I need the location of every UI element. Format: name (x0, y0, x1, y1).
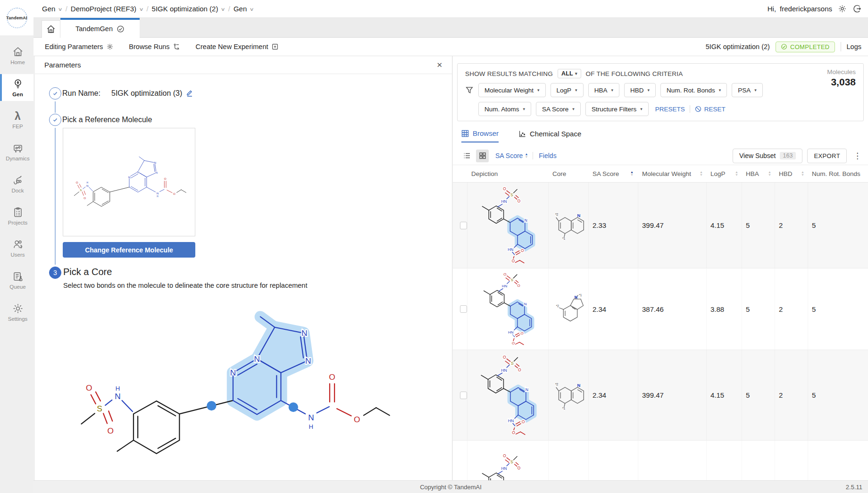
breadcrumb-item[interactable]: DemoProject (REF3) (71, 5, 136, 13)
table-row[interactable]: 2.33 399.47 4.15 5 2 5 (453, 183, 868, 268)
reset-button[interactable]: RESET (695, 106, 726, 113)
header-select (453, 165, 467, 182)
view-subset-button[interactable]: View Subset 163 (733, 149, 802, 163)
filter-chip-hba[interactable]: HBA▾ (588, 83, 619, 97)
table-header-row: Depiction Core SA Score ▲▼ Molecular Wei… (453, 165, 868, 183)
header-hbd[interactable]: HBD ▲▼ (775, 165, 808, 182)
grid-view-button[interactable] (476, 150, 489, 162)
row-checkbox[interactable] (460, 305, 467, 313)
molecule-depiction (467, 268, 549, 350)
version-number: 2.5.11 (846, 484, 862, 491)
hbd-value: 2 (775, 350, 808, 440)
reference-molecule-image (69, 153, 189, 211)
table-row[interactable]: 2.34 387.46 3.88 5 2 5 (453, 268, 868, 350)
filter-funnel-icon (465, 86, 474, 94)
logp-value: 4.15 (707, 350, 742, 440)
editing-parameters-button[interactable]: Editing Parameters (45, 43, 114, 50)
sa-score-value: 2.34 (589, 441, 638, 480)
row-checkbox[interactable] (460, 392, 467, 399)
logout-icon[interactable] (852, 4, 861, 13)
tab-browser[interactable]: Browser (461, 129, 499, 142)
step3-label: Pick a Core (63, 267, 112, 277)
sidebar-item-gen[interactable]: Gen (0, 74, 33, 101)
parameters-panel: Parameters ✕ Run Name: 5IGK optimization… (35, 56, 452, 480)
table-controls: SA Score ▲▼ Fields View Subset 163 EXPOR… (453, 147, 868, 165)
header-molecular-weight[interactable]: Molecular Weight ▲▼ (638, 165, 707, 182)
header-sa-score[interactable]: SA Score ▲▼ (589, 165, 638, 182)
criteria-suffix: OF THE FOLLOWING CRITERIA (586, 70, 683, 77)
browse-runs-button[interactable]: Browse Runs (129, 43, 180, 50)
sidebar-item-dock[interactable]: Dock (0, 170, 33, 197)
change-reference-molecule-button[interactable]: Change Reference Molecule (63, 242, 195, 258)
header-hba[interactable]: HBA ▲▼ (742, 165, 775, 182)
table-row[interactable]: 2.34 399.47 4.15 5 2 5 (453, 441, 868, 480)
sort-arrows-icon: ▲▼ (768, 171, 771, 176)
export-button[interactable]: EXPORT (807, 149, 847, 163)
sidebar-item-dynamics[interactable]: Dynamics (0, 138, 33, 165)
edit-pencil-icon[interactable] (186, 89, 193, 99)
filter-chip-structure-filters[interactable]: Structure Filters▾ (585, 102, 649, 116)
dynamics-board-icon (12, 142, 24, 154)
sidebar-item-users[interactable]: Users (0, 234, 33, 261)
table-row[interactable]: 2.34 399.47 4.15 5 2 5 (453, 350, 868, 441)
create-new-experiment-button[interactable]: Create New Experiment (196, 43, 279, 50)
caret-down-icon: ▾ (575, 71, 577, 76)
list-view-button[interactable] (460, 150, 473, 162)
header-depiction[interactable]: Depiction (467, 165, 549, 182)
sidebar-item-settings[interactable]: Settings (0, 299, 33, 326)
top-bar: Gen∨ / DemoProject (REF3)∨ / 5IGK optimi… (33, 0, 868, 18)
user-settings-gear-icon[interactable] (838, 4, 847, 13)
footer: Copyright © TandemAI 2.5.11 (33, 480, 868, 493)
filter-chip-logp[interactable]: LogP▾ (551, 83, 584, 97)
presets-button[interactable]: PRESETS (655, 106, 685, 113)
kebab-menu-icon[interactable]: ⋮ (851, 151, 863, 161)
filter-chip-psa[interactable]: PSA▾ (732, 83, 763, 97)
results-table: Depiction Core SA Score ▲▼ Molecular Wei… (453, 165, 868, 480)
sort-by-sa-score[interactable]: SA Score ▲▼ (495, 152, 528, 159)
tab-tandemgen[interactable]: TandemGen (60, 18, 140, 38)
users-add-icon (12, 239, 24, 250)
sidebar-item-queue[interactable]: Queue (0, 267, 33, 293)
tab-chemical-space[interactable]: Chemical Space (518, 130, 581, 142)
header-core[interactable]: Core (549, 165, 589, 182)
logs-button[interactable]: Logs (847, 43, 861, 50)
filter-chip-sa-score[interactable]: SA Score▾ (536, 102, 581, 116)
sidebar-item-home[interactable]: Home (0, 42, 33, 69)
username[interactable]: frederickparsons (780, 5, 832, 13)
sort-arrows-icon: ▲▼ (801, 171, 804, 176)
breadcrumb-item[interactable]: Gen (42, 5, 55, 13)
scatter-plot-icon (518, 130, 526, 138)
close-icon[interactable]: ✕ (436, 61, 442, 69)
greeting-text: Hi, (768, 5, 776, 13)
chevron-down-icon[interactable]: ∨ (58, 7, 63, 12)
sort-arrows-icon: ▲▼ (630, 171, 634, 176)
core-selection-canvas[interactable] (68, 310, 398, 463)
divider (841, 42, 841, 51)
filter-chip-num-atoms[interactable]: Num. Atoms▾ (478, 102, 531, 116)
status-badge: COMPLETED (776, 42, 835, 52)
row-checkbox[interactable] (460, 222, 467, 229)
chevron-down-icon[interactable]: ∨ (139, 7, 144, 12)
match-mode-select[interactable]: ALL▾ (558, 69, 581, 78)
hba-value: 5 (742, 268, 775, 350)
main-content: Parameters ✕ Run Name: 5IGK optimization… (33, 56, 868, 480)
filter-chip-num-rot-bonds[interactable]: Num. Rot. Bonds▾ (660, 83, 727, 97)
header-logp[interactable]: LogP ▲▼ (707, 165, 742, 182)
breadcrumb-item[interactable]: 5IGK optimization (2) (152, 5, 218, 13)
gear-icon (106, 43, 114, 50)
branch-route-icon (173, 43, 181, 50)
fields-button[interactable]: Fields (539, 152, 556, 159)
chevron-down-icon[interactable]: ∨ (250, 7, 254, 12)
sidebar-item-projects[interactable]: Projects (0, 202, 33, 229)
sidebar-item-fep[interactable]: λ FEP (0, 106, 33, 133)
header-num-rot-bonds[interactable]: Num. Rot. Bonds (808, 165, 868, 182)
lambda-icon: λ (12, 110, 24, 122)
check-circle-icon (781, 43, 787, 50)
logp-value: 4.15 (707, 183, 742, 268)
breadcrumb-item[interactable]: Gen (234, 5, 247, 13)
hba-value: 5 (742, 441, 775, 480)
tab-home[interactable] (42, 20, 60, 38)
filter-chip-molecular-weight[interactable]: Molecular Weight▾ (478, 83, 546, 97)
filter-chip-hbd[interactable]: HBD▾ (624, 83, 656, 97)
chevron-down-icon[interactable]: ∨ (221, 7, 225, 12)
